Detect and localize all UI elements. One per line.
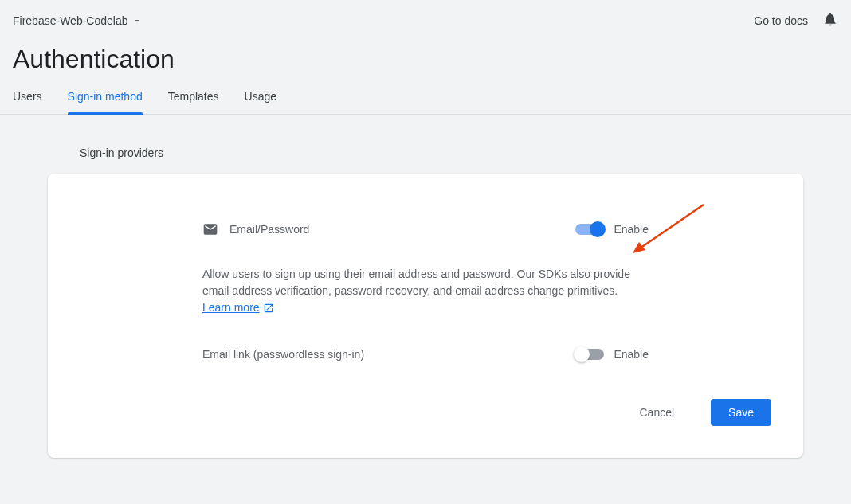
page-title: Authentication [0,32,851,90]
email-link-toggle[interactable] [575,349,604,360]
tabs-bar: Users Sign-in method Templates Usage [0,90,851,115]
project-name: Firebase-Web-Codelab [13,14,127,27]
notifications-icon[interactable] [822,11,838,30]
tab-sign-in-method[interactable]: Sign-in method [68,90,143,114]
save-button[interactable]: Save [711,399,771,426]
svg-marker-1 [633,242,645,253]
learn-more-link[interactable]: Learn more [202,299,274,316]
content-area: Sign-in providers Email/Password Enable … [0,115,851,490]
top-right-controls: Go to docs [754,11,838,30]
enable-toggle-group: Enable [575,223,649,236]
learn-more-text: Learn more [202,299,260,316]
go-to-docs-link[interactable]: Go to docs [754,14,808,27]
email-link-toggle-label: Enable [614,348,649,361]
email-link-toggle-group: Enable [575,348,649,361]
description-text: Allow users to sign up using their email… [202,268,630,297]
toggle-knob [574,346,590,362]
enable-toggle-label: Enable [614,223,649,236]
enable-toggle[interactable] [575,224,604,235]
toggle-knob [590,221,606,237]
top-bar: Firebase-Web-Codelab Go to docs [0,0,851,32]
open-in-new-icon [263,303,274,314]
section-title: Sign-in providers [80,147,803,159]
provider-header-row: Email/Password Enable [202,221,649,237]
email-link-label: Email link (passwordless sign-in) [202,348,364,361]
provider-identity: Email/Password [202,221,309,237]
email-link-row: Email link (passwordless sign-in) Enable [202,348,649,361]
tab-templates[interactable]: Templates [168,90,219,114]
cancel-button[interactable]: Cancel [622,399,692,426]
chevron-down-icon [132,16,142,25]
tab-usage[interactable]: Usage [245,90,276,114]
provider-card: Email/Password Enable Allow users to sig… [48,174,803,458]
provider-name: Email/Password [229,223,309,236]
provider-description: Allow users to sign up using their email… [202,266,649,316]
email-icon [202,221,218,237]
card-actions: Cancel Save [80,399,771,426]
tab-users[interactable]: Users [13,90,42,114]
project-dropdown[interactable]: Firebase-Web-Codelab [13,14,142,27]
